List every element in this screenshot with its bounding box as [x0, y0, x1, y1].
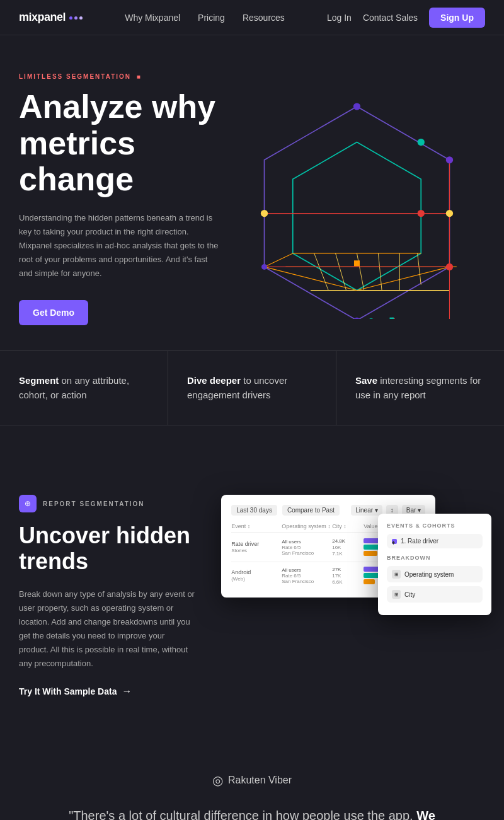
nav-actions: Log In Contact Sales Sign Up	[327, 8, 485, 28]
contact-sales-link[interactable]: Contact Sales	[363, 13, 418, 23]
login-link[interactable]: Log In	[327, 13, 352, 23]
cell-event-1: Rate driverStories	[231, 541, 282, 553]
side-event-item[interactable]: ♦ 1. Rate driver	[387, 534, 483, 548]
svg-point-19	[446, 156, 453, 163]
arrow-icon: →	[122, 686, 132, 697]
svg-line-5	[357, 267, 450, 290]
feature-segment-bold: Segment	[19, 375, 59, 386]
hero-description: Understanding the hidden patterns beneat…	[19, 211, 220, 280]
report-icon: ⊕	[19, 495, 37, 512]
feature-segment: Segment on any attribute, cohort, or act…	[0, 351, 168, 425]
svg-point-27	[369, 318, 374, 319]
svg-point-18	[353, 103, 360, 110]
compare-pill[interactable]: Compare to Past	[282, 505, 340, 516]
svg-line-14	[418, 253, 421, 285]
hero-label-accent: ■	[137, 73, 142, 80]
logo: mixpanel	[19, 11, 83, 24]
features-row: Segment on any attribute, cohort, or act…	[0, 350, 504, 425]
breakdown-city-label: City	[404, 591, 415, 598]
breakdown-os-label: Operating system	[404, 571, 454, 578]
feature-save-text: Save interesting segments for use in any…	[355, 374, 485, 402]
brand-name: Rakuten Viber	[228, 775, 292, 786]
testimonial-quote: "There's a lot of cultural difference in…	[63, 806, 441, 820]
quote-before: "There's a lot of cultural difference in…	[69, 809, 416, 820]
testimonial-brand: ◎ Rakuten Viber	[19, 773, 485, 788]
hero-section: LIMITLESS SEGMENTATION ■ Analyze why met…	[0, 35, 504, 350]
feature-dive-text: Dive deeper to uncover engagement driver…	[187, 374, 317, 402]
breakdown-section-title: BREAKDOWN	[387, 555, 483, 561]
hero-label-text: LIMITLESS SEGMENTATION	[19, 73, 131, 80]
report-title: Uncover hidden trends	[19, 523, 196, 575]
feature-dive-bold: Dive deeper	[187, 375, 241, 386]
feature-segment-text: Segment on any attribute, cohort, or act…	[19, 374, 149, 402]
cell-os-2: All usersRate 6/5San Francisco	[282, 567, 332, 584]
signup-button[interactable]: Sign Up	[429, 8, 485, 28]
dashboard-side-panel: EVENTS & COHORTS ♦ 1. Rate driver BREAKD…	[378, 514, 491, 615]
feature-save: Save interesting segments for use in any…	[336, 351, 504, 425]
brand-icon: ◎	[212, 773, 223, 788]
svg-point-24	[418, 210, 425, 217]
logo-dot-3	[79, 16, 83, 20]
report-content: ⊕ REPORT SEGMENTATION Uncover hidden tre…	[19, 495, 196, 697]
nav-why-mixpanel[interactable]: Why Mixpanel	[125, 13, 180, 23]
try-link-text: Try It With Sample Data	[19, 686, 117, 696]
feature-dive: Dive deeper to uncover engagement driver…	[168, 351, 336, 425]
cell-event-2: Android(Web)	[231, 569, 282, 582]
svg-point-20	[446, 263, 453, 270]
bar-orange-2	[364, 579, 375, 584]
svg-line-7	[265, 253, 293, 267]
svg-rect-30	[390, 318, 394, 319]
event-dot: ♦	[392, 539, 397, 544]
svg-line-9	[314, 253, 329, 291]
logo-dot-2	[74, 16, 77, 20]
nav-pricing[interactable]: Pricing	[198, 13, 225, 23]
logo-dot-1	[69, 16, 72, 20]
hero-title: Analyze why metrics change	[19, 89, 229, 197]
report-dashboard: Last 30 days Compare to Past Linear ▾ ↕ …	[221, 495, 485, 671]
col-os: Operating system ↕	[282, 523, 332, 529]
get-demo-button[interactable]: Get Demo	[19, 300, 88, 325]
svg-line-11	[357, 253, 364, 291]
svg-point-21	[354, 318, 360, 319]
hero-graphic	[229, 79, 485, 319]
col-event: Event ↕	[231, 523, 282, 529]
svg-line-10	[336, 253, 346, 291]
hero-label: LIMITLESS SEGMENTATION ■	[19, 73, 229, 80]
feature-save-bold: Save	[355, 375, 377, 386]
report-label: ⊕ REPORT SEGMENTATION	[19, 495, 196, 512]
events-section-title: EVENTS & COHORTS	[387, 523, 483, 529]
svg-marker-1	[293, 142, 421, 291]
cell-city-1: 24.8K 16K 7.1K	[332, 538, 364, 557]
try-sample-data-link[interactable]: Try It With Sample Data →	[19, 686, 196, 697]
svg-point-28	[418, 139, 425, 146]
breakdown-os[interactable]: ⊞ Operating system	[387, 566, 483, 582]
os-icon: ⊞	[392, 570, 401, 579]
hero-content: LIMITLESS SEGMENTATION ■ Analyze why met…	[19, 73, 229, 325]
svg-point-23	[261, 264, 267, 270]
logo-dots	[69, 16, 83, 20]
testimonial-section: ◎ Rakuten Viber "There's a lot of cultur…	[0, 735, 504, 820]
svg-point-22	[261, 210, 268, 217]
svg-rect-29	[354, 260, 360, 266]
navbar: mixpanel Why Mixpanel Pricing Resources …	[0, 0, 504, 35]
bar-orange-1	[364, 551, 377, 556]
report-label-text: REPORT SEGMENTATION	[43, 500, 145, 507]
logo-text: mixpanel	[19, 11, 66, 24]
nav-resources[interactable]: Resources	[243, 13, 285, 23]
cell-os-1: All usersRate 6/5San Francisco	[282, 539, 332, 556]
report-section: ⊕ REPORT SEGMENTATION Uncover hidden tre…	[0, 476, 504, 735]
nav-links: Why Mixpanel Pricing Resources	[125, 12, 285, 23]
svg-point-25	[446, 210, 453, 217]
date-range-pill[interactable]: Last 30 days	[231, 505, 277, 516]
col-city: City ↕	[332, 523, 364, 529]
side-event-label: 1. Rate driver	[401, 538, 438, 545]
linear-btn[interactable]: Linear ▾	[351, 505, 382, 516]
report-description: Break down any type of analysis by any e…	[19, 587, 196, 671]
breakdown-city[interactable]: ⊞ City	[387, 586, 483, 603]
cell-city-2: 27K 17K 6.6K	[332, 566, 364, 585]
city-icon: ⊞	[392, 590, 401, 599]
